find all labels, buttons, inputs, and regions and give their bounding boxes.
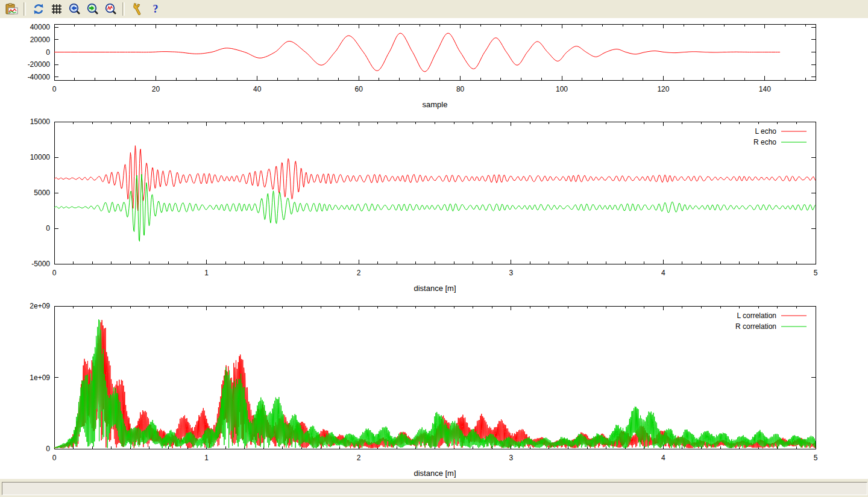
svg-text:0: 0 [46,445,50,453]
svg-text:distance [m]: distance [m] [414,469,456,478]
svg-text:1: 1 [204,269,209,277]
correlation-plot[interactable] [54,306,816,449]
help-button[interactable]: ? [147,1,164,17]
svg-text:80: 80 [456,85,465,93]
svg-text:10000: 10000 [30,153,51,161]
svg-text:1: 1 [204,454,209,462]
next-zoom-button[interactable] [84,1,101,17]
svg-text:40: 40 [253,85,262,93]
help-glyph: ? [153,3,159,15]
svg-text:3: 3 [509,454,513,462]
refresh-icon [33,3,45,15]
zoom-previous-icon [69,3,81,15]
svg-text:-20000: -20000 [28,60,51,69]
svg-text:120: 120 [657,85,669,93]
svg-text:140: 140 [759,85,771,93]
svg-text:5000: 5000 [34,189,50,197]
copy-to-clipboard-button[interactable] [4,1,20,17]
status-field [2,482,867,495]
clipboard-chart-icon [5,3,19,15]
svg-text:4: 4 [661,269,665,277]
help-icon: ? [149,3,162,15]
svg-text:5: 5 [814,454,818,462]
svg-text:0: 0 [46,224,50,233]
svg-text:100: 100 [556,85,568,93]
toolbar: ? [0,0,868,19]
svg-text:1e+09: 1e+09 [30,374,50,382]
previous-zoom-button[interactable] [66,1,83,17]
svg-text:3: 3 [509,269,513,277]
svg-text:0: 0 [52,269,57,277]
toolbar-separator [24,2,26,16]
configure-button[interactable] [129,1,146,17]
svg-text:2: 2 [357,454,361,462]
svg-text:2: 2 [357,269,361,277]
svg-text:0: 0 [46,48,50,57]
svg-text:20000: 20000 [30,36,51,44]
status-bar [0,479,868,497]
svg-text:0: 0 [52,85,57,93]
svg-text:sample: sample [423,100,448,109]
replot-button[interactable] [30,1,47,17]
sample-plot[interactable] [54,24,816,80]
zoom-next-icon [87,3,99,15]
svg-text:5: 5 [814,269,818,277]
svg-text:distance [m]: distance [m] [414,284,456,293]
toolbar-separator [122,2,125,16]
zoom-autoscale-icon [105,3,117,15]
svg-text:4: 4 [661,454,665,462]
grid-icon [51,3,63,15]
svg-text:-5000: -5000 [31,260,50,268]
svg-text:0: 0 [52,454,57,462]
svg-text:2e+09: 2e+09 [30,302,50,310]
autoscale-button[interactable] [102,1,119,17]
svg-text:40000: 40000 [30,23,51,31]
plot-area: 020406080100120140-40000-200000200004000… [0,18,868,479]
wrench-icon [131,3,143,15]
svg-text:-40000: -40000 [28,73,51,81]
svg-text:20: 20 [152,85,160,93]
grid-toggle-button[interactable] [48,1,65,17]
echo-plot[interactable] [54,122,816,264]
svg-text:60: 60 [355,85,363,93]
svg-text:15000: 15000 [30,117,51,126]
